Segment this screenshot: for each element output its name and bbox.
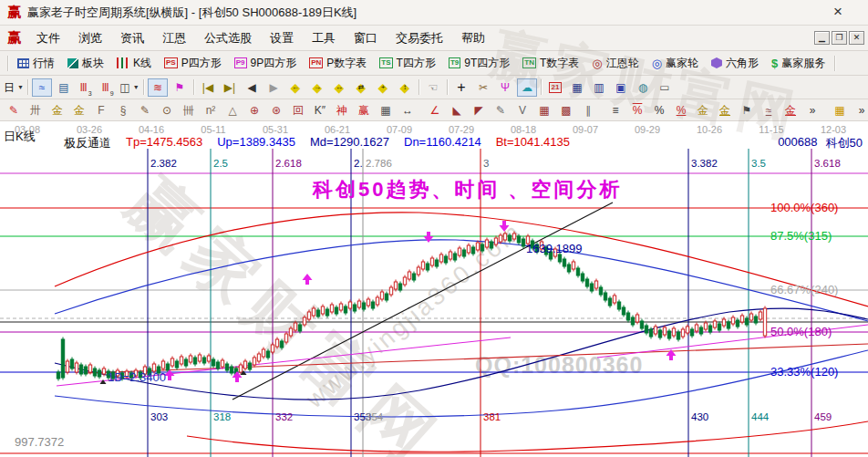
grid-arrow-tool[interactable]: ▩ (556, 101, 576, 119)
compress-horizontal[interactable]: ◆⇄ (351, 78, 371, 97)
gold-circle-tool[interactable]: 金 (693, 101, 713, 119)
mdi-restore-button[interactable]: ❐ (832, 31, 847, 45)
gold-line2-tool[interactable]: 金 (780, 101, 801, 119)
width-tool[interactable]: ↔ (398, 101, 418, 119)
toolbar-winner-wheel-button[interactable]: ◎赢家轮 (646, 54, 705, 73)
v-line-tool[interactable]: V (512, 101, 532, 119)
toolbar-p9-square-button[interactable]: P99P四方形 (228, 54, 303, 73)
bars-9-tool[interactable]: Ⅲ9 (98, 78, 118, 97)
menu-item[interactable]: 帮助 (452, 27, 494, 49)
menu-item[interactable]: 窗口 (345, 27, 387, 49)
grid-tool[interactable]: ▦ (534, 101, 554, 119)
zoom-horizontal[interactable]: ◆↔ (329, 78, 349, 97)
window-close-icon[interactable]: × (828, 3, 848, 21)
candle (348, 302, 351, 308)
n2-grid-tool[interactable]: n² (201, 101, 221, 119)
notes-tool[interactable]: ▥ (589, 78, 609, 97)
circle-target-tool[interactable]: ⊕ (244, 101, 264, 119)
toolbar-quotes-button[interactable]: 行情 (11, 54, 61, 73)
menu-item[interactable]: 公式选股 (195, 27, 261, 49)
candle (189, 356, 191, 362)
square-target-tool[interactable]: 回 (288, 101, 308, 119)
toolbar-winner-service-button[interactable]: $赢家服务 (765, 54, 832, 73)
bars-3-tool[interactable]: Ⅲ3 (76, 78, 96, 97)
menu-item[interactable]: 资讯 (111, 27, 153, 49)
print-tool[interactable]: ▭ (655, 78, 675, 97)
toolbar-kline-button[interactable]: K线 (110, 54, 158, 73)
wave-percent-tool[interactable]: ≈ (759, 101, 779, 119)
fan-box-tool[interactable]: ◣ (447, 101, 467, 119)
toolbar-sectors-button[interactable]: 板块 (61, 54, 110, 73)
percent-line-tool[interactable]: % (671, 101, 691, 119)
gold-grid-b-tool[interactable]: 金 (69, 101, 89, 119)
ratio-bars-tool[interactable]: ≡ (605, 101, 625, 119)
toolbar-t-square-button[interactable]: TST四方形 (373, 54, 442, 73)
go-first[interactable]: |◀ (198, 78, 218, 97)
fan-line-tool[interactable]: ∠ (425, 101, 445, 119)
candle (731, 317, 734, 324)
star-target-tool[interactable]: ⊛ (266, 101, 286, 119)
more-tools-left[interactable]: » (802, 101, 822, 119)
magic-tool[interactable]: Ψ (495, 78, 515, 97)
menu-item[interactable]: 工具 (303, 27, 345, 49)
price-grid-tool[interactable]: ▦ (376, 101, 396, 119)
gold-grid-a-tool[interactable]: 金 (47, 101, 67, 119)
red-wave-tool[interactable]: ≋ (148, 78, 168, 97)
percent-slash-tool[interactable]: % (627, 101, 647, 119)
grid-gold-tool[interactable]: ▦ (830, 101, 850, 119)
erase-tool[interactable]: ✂ (473, 78, 493, 97)
menu-item[interactable]: 交易委托 (387, 27, 452, 49)
save-tool[interactable]: ▣ (611, 78, 631, 97)
pan-right[interactable]: ◆→ (307, 78, 327, 97)
crosshair-tool[interactable]: + (451, 78, 471, 97)
list-tool[interactable]: ▤ (54, 78, 74, 97)
chart-area[interactable]: 赢家财富网 www.yingjia360.com QQ:100800360 日K… (0, 121, 868, 457)
candle (198, 355, 201, 361)
gold-line-tool[interactable]: 金 (715, 101, 735, 119)
calendar-tool[interactable]: 21 (545, 78, 565, 97)
candle-style-tool[interactable]: ◫▼ (119, 78, 140, 97)
percent-tool[interactable]: % (649, 101, 669, 119)
toolbar-hexagon-button[interactable]: 六角形 (705, 54, 765, 73)
f-grid-tool[interactable]: F (91, 101, 111, 119)
mdi-close-button[interactable]: ✕ (849, 31, 864, 45)
calculator-tool[interactable]: ▦ (567, 78, 587, 97)
pencil-dark-tool[interactable]: ✎ (135, 101, 155, 119)
menu-item[interactable]: 浏览 (69, 27, 111, 49)
toolbar-gann-wheel-button[interactable]: ◎江恩轮 (585, 54, 645, 73)
more-tools-right[interactable]: » (852, 101, 868, 119)
expand-all[interactable]: ◆↕ (395, 78, 415, 97)
go-last[interactable]: ▶| (220, 78, 240, 97)
toolbar-t9-square-button[interactable]: T99T四方形 (442, 54, 516, 73)
time-clock-tool[interactable]: ⊙ (157, 101, 177, 119)
flag-tool[interactable]: ⚑ (170, 78, 190, 97)
go-next[interactable]: ▶ (264, 78, 284, 97)
pan-left[interactable]: ◆← (285, 78, 305, 97)
pencil-line-tool[interactable]: ✎ (491, 101, 511, 119)
period-day[interactable]: 日▼ (4, 78, 24, 97)
hand-tool[interactable]: ☜ (423, 78, 443, 97)
go-prev[interactable]: ◀ (242, 78, 262, 97)
flag-pencil-tool[interactable]: ⚑ (737, 101, 757, 119)
menu-item[interactable]: 文件 (27, 27, 69, 49)
menu-item[interactable]: 设置 (261, 27, 303, 49)
toolbar-p-number-button[interactable]: PNP数字表 (303, 54, 373, 73)
zigzag-tool[interactable]: ≈ (32, 78, 52, 97)
mdi-minimize-button[interactable]: ▁ (814, 31, 830, 45)
count-grid-tool[interactable]: 卌 (179, 101, 199, 119)
fan-box2-tool[interactable]: ◤ (469, 101, 489, 119)
zoom-all[interactable]: ◆+ (373, 78, 393, 97)
k-wave-tool[interactable]: K″ (310, 101, 330, 119)
ying-grid-tool[interactable]: 赢 (354, 101, 374, 119)
cycle-grid-tool[interactable]: 卅 (26, 101, 46, 119)
export-tool[interactable]: ◍ (633, 78, 653, 97)
toolbar-t-number-button[interactable]: TNT数字表 (516, 54, 585, 73)
parallel-tool[interactable]: ∥ (578, 101, 598, 119)
pencil-red-tool[interactable]: ✎ (4, 101, 24, 119)
menu-item[interactable]: 江恩 (153, 27, 195, 49)
angle-flag-tool[interactable]: △ (222, 101, 243, 119)
shen-grid-tool[interactable]: 神 (332, 101, 352, 119)
toolbar-p-square-button[interactable]: PSP四方形 (158, 54, 228, 73)
spiral-tool[interactable]: § (113, 101, 133, 119)
cloud-tool[interactable]: ☁ (517, 78, 537, 97)
